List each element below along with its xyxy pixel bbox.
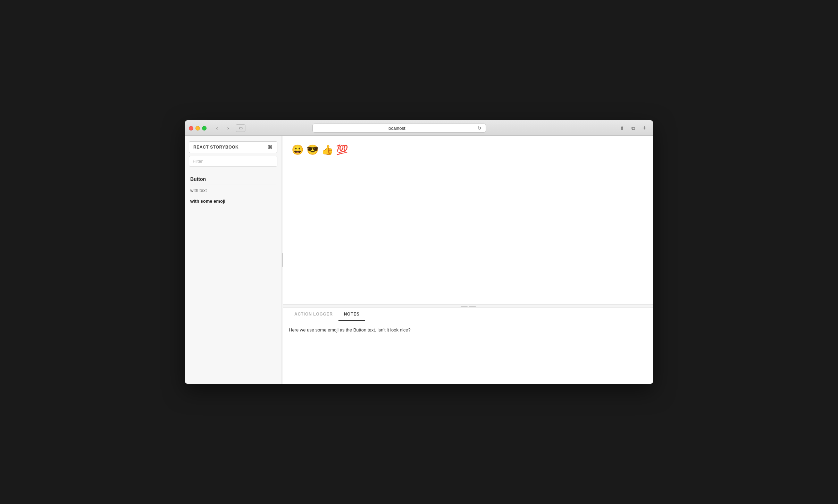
preview-area: 😀 😎 👍 💯 [283, 136, 653, 305]
tabs-bar: ACTION LOGGER NOTES [283, 308, 653, 321]
notes-text: Here we use some emoji as the Button tex… [289, 327, 648, 334]
resize-dots-indicator [461, 306, 476, 307]
sidebar-item-label: with text [190, 188, 207, 193]
sidebar-section-button: Button with text with some emoji [185, 171, 282, 211]
tab-content-notes: Here we use some emoji as the Button tex… [283, 321, 653, 384]
back-button[interactable]: ‹ [212, 124, 222, 132]
close-button[interactable] [189, 126, 193, 131]
bottom-panel: ACTION LOGGER NOTES Here we use some emo… [283, 308, 653, 384]
sidebar-item-with-text[interactable]: with text [185, 185, 282, 196]
browser-actions: ⬆ ⧉ + [617, 124, 649, 132]
traffic-lights [189, 126, 207, 131]
duplicate-button[interactable]: ⧉ [628, 124, 638, 132]
resize-dot [461, 306, 468, 307]
panel-resize-handle[interactable] [283, 305, 653, 308]
sidebar-toggle-icon: ▭ [239, 126, 243, 131]
sidebar-item-with-emoji[interactable]: with some emoji [185, 196, 282, 207]
tab-action-logger[interactable]: ACTION LOGGER [289, 308, 338, 321]
refresh-icon: ↻ [477, 125, 481, 131]
emoji-button[interactable]: 😀 😎 👍 💯 [290, 143, 350, 157]
url-display: localhost [316, 126, 477, 131]
sidebar-resize-handle[interactable] [282, 136, 283, 384]
duplicate-icon: ⧉ [631, 125, 635, 131]
address-bar[interactable]: localhost ↻ [312, 124, 486, 133]
sidebar-header: REACT STORYBOOK ⌘ [185, 136, 282, 171]
brand-button[interactable]: REACT STORYBOOK ⌘ [189, 141, 277, 153]
browser-window: ‹ › ▭ localhost ↻ ⬆ ⧉ + [185, 120, 653, 384]
share-icon: ⬆ [620, 125, 624, 131]
new-tab-icon: + [643, 125, 646, 132]
refresh-button[interactable]: ↻ [477, 125, 482, 131]
share-button[interactable]: ⬆ [617, 124, 627, 132]
minimize-button[interactable] [195, 126, 200, 131]
brand-label: REACT STORYBOOK [193, 145, 238, 150]
app-content: REACT STORYBOOK ⌘ Button with text with … [185, 136, 653, 384]
back-icon: ‹ [216, 125, 218, 131]
resize-dot [469, 306, 476, 307]
new-tab-button[interactable]: + [639, 124, 649, 132]
cmd-icon: ⌘ [268, 144, 273, 150]
maximize-button[interactable] [202, 126, 207, 131]
forward-button[interactable]: › [223, 124, 233, 132]
main-panel: 😀 😎 👍 💯 ACTION LOGGER NOTES [283, 136, 653, 384]
sidebar-section-title: Button [185, 175, 282, 185]
emoji-content: 😀 😎 👍 💯 [292, 144, 348, 156]
tab-action-logger-label: ACTION LOGGER [294, 312, 333, 317]
filter-input[interactable] [189, 156, 277, 167]
browser-chrome: ‹ › ▭ localhost ↻ ⬆ ⧉ + [185, 120, 653, 136]
tab-notes-label: NOTES [344, 312, 360, 317]
forward-icon: › [227, 125, 229, 131]
sidebar-toggle-button[interactable]: ▭ [236, 124, 245, 132]
tab-notes[interactable]: NOTES [338, 308, 365, 321]
nav-buttons: ‹ › [212, 124, 233, 132]
sidebar: REACT STORYBOOK ⌘ Button with text with … [185, 136, 282, 384]
sidebar-item-label: with some emoji [190, 199, 225, 204]
